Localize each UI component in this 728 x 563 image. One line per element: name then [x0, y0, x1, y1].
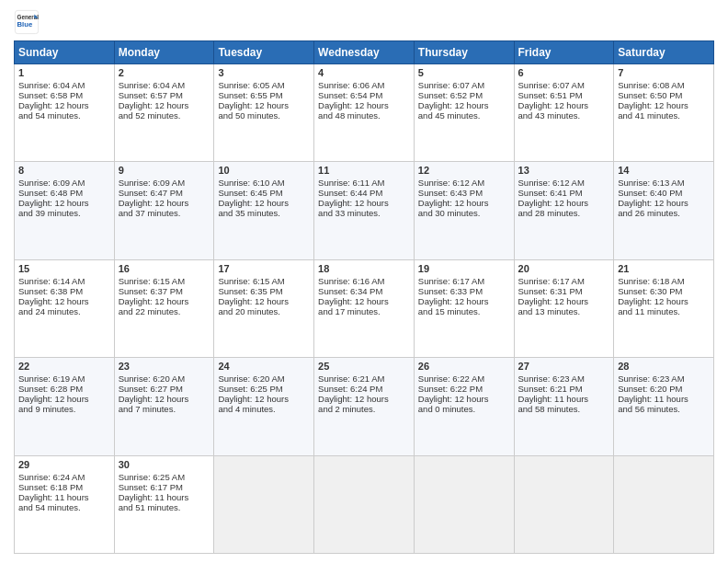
calendar-week-0: 1Sunrise: 6:04 AMSunset: 6:58 PMDaylight…	[15, 64, 714, 162]
day-info: Sunrise: 6:16 AM	[318, 276, 410, 286]
day-number: 4	[318, 67, 410, 78]
day-info: Sunset: 6:22 PM	[418, 384, 510, 394]
day-info: Sunset: 6:37 PM	[119, 286, 210, 296]
day-info: and 13 minutes.	[518, 306, 610, 316]
calendar-cell: 24Sunrise: 6:20 AMSunset: 6:25 PMDayligh…	[214, 358, 314, 455]
day-info: Sunrise: 6:09 AM	[18, 178, 110, 188]
day-info: and 2 minutes.	[318, 404, 410, 414]
day-number: 18	[318, 263, 410, 274]
day-info: Sunset: 6:25 PM	[218, 384, 310, 394]
day-info: Sunrise: 6:11 AM	[318, 178, 410, 188]
day-info: Sunset: 6:18 PM	[18, 482, 110, 492]
day-number: 28	[618, 361, 710, 372]
calendar-cell: 1Sunrise: 6:04 AMSunset: 6:58 PMDaylight…	[15, 64, 115, 162]
day-info: and 35 minutes.	[218, 208, 310, 218]
day-info: Daylight: 12 hours	[18, 100, 110, 110]
day-info: Sunset: 6:20 PM	[618, 384, 710, 394]
day-number: 2	[119, 67, 210, 78]
calendar-cell: 8Sunrise: 6:09 AMSunset: 6:48 PMDaylight…	[15, 162, 115, 259]
day-info: and 7 minutes.	[119, 404, 210, 414]
day-number: 19	[418, 263, 510, 274]
day-number: 3	[218, 67, 310, 78]
calendar-cell: 23Sunrise: 6:20 AMSunset: 6:27 PMDayligh…	[114, 358, 214, 455]
day-info: and 54 minutes.	[18, 502, 110, 512]
calendar-cell: 14Sunrise: 6:13 AMSunset: 6:40 PMDayligh…	[614, 162, 714, 259]
day-info: and 26 minutes.	[618, 208, 710, 218]
day-info: Daylight: 12 hours	[119, 198, 210, 208]
day-info: and 45 minutes.	[418, 110, 510, 121]
day-info: Daylight: 12 hours	[618, 100, 710, 110]
day-info: Sunset: 6:40 PM	[618, 188, 710, 198]
day-info: Daylight: 12 hours	[218, 296, 310, 306]
day-info: Sunset: 6:58 PM	[18, 90, 110, 100]
day-info: Daylight: 12 hours	[418, 100, 510, 110]
day-number: 16	[119, 263, 210, 274]
day-info: Sunset: 6:48 PM	[18, 188, 110, 198]
day-info: and 20 minutes.	[218, 306, 310, 316]
day-info: Daylight: 12 hours	[218, 100, 310, 110]
calendar-cell: 20Sunrise: 6:17 AMSunset: 6:31 PMDayligh…	[514, 259, 614, 357]
day-info: and 22 minutes.	[119, 306, 210, 316]
day-info: Sunrise: 6:23 AM	[518, 373, 610, 384]
calendar-cell	[514, 455, 614, 553]
day-info: Daylight: 12 hours	[318, 100, 410, 110]
day-number: 13	[518, 165, 610, 176]
calendar-cell: 28Sunrise: 6:23 AMSunset: 6:20 PMDayligh…	[614, 358, 714, 455]
day-info: and 0 minutes.	[418, 404, 510, 414]
calendar-cell: 22Sunrise: 6:19 AMSunset: 6:28 PMDayligh…	[15, 358, 115, 455]
day-info: Sunrise: 6:10 AM	[218, 178, 310, 188]
day-info: Sunset: 6:31 PM	[518, 286, 610, 296]
day-info: and 52 minutes.	[119, 110, 210, 121]
day-info: Sunset: 6:55 PM	[218, 90, 310, 100]
day-info: Daylight: 12 hours	[18, 198, 110, 208]
calendar-cell	[414, 455, 514, 553]
calendar-cell: 17Sunrise: 6:15 AMSunset: 6:35 PMDayligh…	[214, 259, 314, 357]
calendar-cell: 18Sunrise: 6:16 AMSunset: 6:34 PMDayligh…	[314, 259, 415, 357]
day-info: Daylight: 12 hours	[518, 100, 610, 110]
day-info: and 41 minutes.	[618, 110, 710, 121]
day-info: Daylight: 12 hours	[318, 394, 410, 404]
day-info: Sunrise: 6:06 AM	[318, 80, 410, 90]
day-info: Sunset: 6:33 PM	[418, 286, 510, 296]
day-info: Sunrise: 6:15 AM	[119, 276, 210, 286]
day-info: Sunrise: 6:15 AM	[218, 276, 310, 286]
day-info: Daylight: 12 hours	[119, 100, 210, 110]
page-header: General Blue	[14, 9, 714, 35]
calendar-week-2: 15Sunrise: 6:14 AMSunset: 6:38 PMDayligh…	[15, 259, 714, 357]
day-info: Daylight: 12 hours	[119, 296, 210, 306]
day-info: Daylight: 12 hours	[618, 296, 710, 306]
calendar-header-monday: Monday	[114, 41, 214, 64]
day-info: Sunset: 6:38 PM	[18, 286, 110, 296]
day-info: and 24 minutes.	[18, 306, 110, 316]
day-info: and 11 minutes.	[618, 306, 710, 316]
day-info: Sunrise: 6:21 AM	[318, 373, 410, 384]
day-info: Sunrise: 6:25 AM	[119, 472, 210, 482]
calendar-cell	[314, 455, 415, 553]
day-number: 1	[18, 67, 110, 78]
day-number: 25	[318, 361, 410, 372]
day-info: Sunrise: 6:07 AM	[418, 80, 510, 90]
day-info: Sunrise: 6:08 AM	[618, 80, 710, 90]
day-info: Sunrise: 6:09 AM	[119, 178, 210, 188]
calendar-header-thursday: Thursday	[414, 41, 514, 64]
day-number: 11	[318, 165, 410, 176]
day-number: 27	[518, 361, 610, 372]
day-info: and 43 minutes.	[518, 110, 610, 121]
day-number: 6	[518, 67, 610, 78]
day-info: Sunrise: 6:04 AM	[18, 80, 110, 90]
calendar-cell: 15Sunrise: 6:14 AMSunset: 6:38 PMDayligh…	[15, 259, 115, 357]
day-number: 20	[518, 263, 610, 274]
calendar-cell: 2Sunrise: 6:04 AMSunset: 6:57 PMDaylight…	[114, 64, 214, 162]
calendar-header-friday: Friday	[514, 41, 614, 64]
day-info: Sunrise: 6:05 AM	[218, 80, 310, 90]
day-info: and 33 minutes.	[318, 208, 410, 218]
day-info: Daylight: 11 hours	[18, 492, 110, 502]
day-info: Sunset: 6:41 PM	[518, 188, 610, 198]
day-info: Daylight: 12 hours	[18, 296, 110, 306]
calendar-cell: 16Sunrise: 6:15 AMSunset: 6:37 PMDayligh…	[114, 259, 214, 357]
day-number: 24	[218, 361, 310, 372]
calendar-table: SundayMondayTuesdayWednesdayThursdayFrid…	[14, 40, 714, 554]
calendar-cell: 11Sunrise: 6:11 AMSunset: 6:44 PMDayligh…	[314, 162, 415, 259]
day-info: and 15 minutes.	[418, 306, 510, 316]
svg-text:Blue: Blue	[17, 20, 33, 29]
